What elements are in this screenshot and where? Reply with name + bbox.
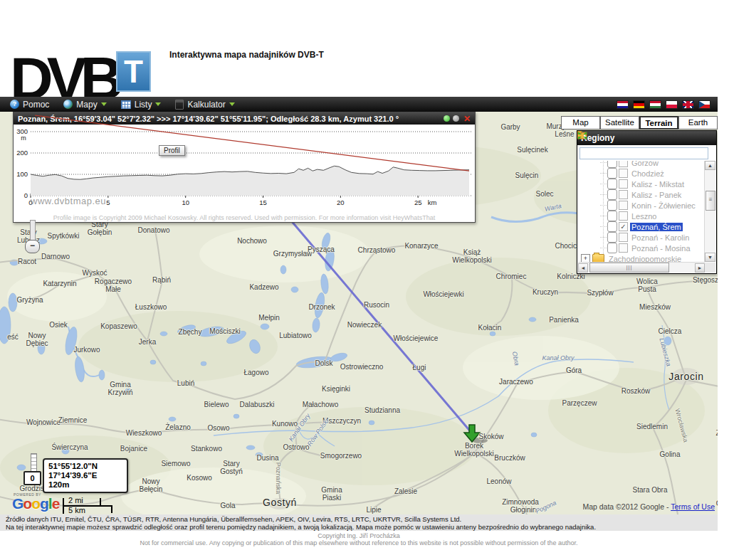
region-checkbox[interactable] <box>619 211 628 221</box>
coordinates-box: 51°55'12.0"N 17°14'39.6"E 120m <box>43 458 128 493</box>
svg-text:100: 100 <box>16 170 28 178</box>
region-label: Poznań, Śrem <box>630 223 683 231</box>
svg-text:0: 0 <box>24 191 28 199</box>
google-letter: o <box>31 495 40 512</box>
menu-label: Listy <box>135 100 152 110</box>
elevation-profile-chart: 0100200300m0510152025km <box>14 112 475 206</box>
region-checkbox[interactable] <box>619 201 628 210</box>
zoom-out-button[interactable]: − <box>25 240 40 253</box>
page: DVB® T Interaktywna mapa nadajników DVB-… <box>0 0 729 560</box>
germany-flag-icon[interactable] <box>633 100 645 109</box>
terms-of-use-link[interactable]: Terms of Use <box>671 502 715 511</box>
menu-item-listy[interactable]: Listy <box>121 100 162 110</box>
poland-flag-icon[interactable] <box>666 100 678 109</box>
scroll-up-icon[interactable]: ▲ <box>705 161 715 170</box>
region-folder-zachodniopomorskie[interactable]: +Zachodniopomorskie <box>581 253 704 262</box>
expand-plus-icon[interactable]: + <box>581 254 590 262</box>
croatia-flag-icon[interactable] <box>617 100 629 109</box>
regions-tree: GorzówChodzieżKalisz - MikstatKalisz - P… <box>579 161 704 262</box>
attribution-text: Map data ©2012 Google - <box>582 502 671 511</box>
menu-items: ?PomocMapyListyKalkulator <box>10 100 235 110</box>
uk-flag-icon[interactable] <box>682 100 694 109</box>
google-letter: G <box>12 495 23 512</box>
scrollbar-corner <box>705 263 715 273</box>
region-checkbox[interactable] <box>619 161 628 167</box>
menu-item-pomoc[interactable]: ?Pomoc <box>10 100 49 110</box>
region-item-poznań-mosina[interactable]: Poznań - Mosina <box>600 243 704 253</box>
scroll-down-icon[interactable]: ▼ <box>705 253 715 262</box>
region-checkbox[interactable] <box>619 169 628 178</box>
regions-panel: Regiony GorzówChodzieżKalisz - MikstatKa… <box>577 130 717 274</box>
svg-text:5: 5 <box>106 199 110 206</box>
regions-horizontal-scrollbar[interactable]: ◄ ||| ► <box>578 262 705 273</box>
main-menubar: ?PomocMapyListyKalkulator <box>0 97 718 112</box>
lists-icon <box>121 100 131 109</box>
scroll-left-icon[interactable]: ◄ <box>578 263 588 273</box>
map-type-satellite[interactable]: Satellite <box>600 116 639 130</box>
region-icon-box <box>607 179 617 189</box>
watermark: www.dvbtmap.eu <box>31 196 106 206</box>
czech-flag-icon[interactable] <box>698 100 710 109</box>
menu-item-mapy[interactable]: Mapy <box>63 100 106 110</box>
region-item-chodzież[interactable]: Chodzież <box>600 168 704 179</box>
coord-lat: 51°55'12.0"N <box>48 462 122 471</box>
region-item-leszno[interactable]: Leszno <box>600 211 704 221</box>
region-label: Konin - Żółwieniec <box>630 201 697 210</box>
map-type-map[interactable]: Map <box>561 116 600 130</box>
dvb-logo: DVB® <box>10 41 132 105</box>
region-item-kalisz-mikstat[interactable]: Kalisz - Mikstat <box>600 179 704 189</box>
google-logo[interactable]: Google <box>12 495 59 512</box>
google-letter: o <box>23 495 31 512</box>
scale-miles: 2 mi <box>68 496 83 504</box>
svg-text:200: 200 <box>16 149 28 157</box>
folder-icon <box>592 254 604 262</box>
region-icon-box <box>607 200 617 211</box>
regions-vertical-scrollbar[interactable]: ▲ ≡ ▼ <box>704 161 715 262</box>
coord-lon: 17°14'39.6"E <box>48 471 122 480</box>
calculator-icon <box>175 100 184 110</box>
horizontal-scroll-thumb[interactable]: ||| <box>589 263 669 273</box>
tree-connector <box>603 161 604 255</box>
region-folder-label: Zachodniopomorskie <box>607 255 683 263</box>
chevron-down-icon <box>155 102 161 106</box>
site-tagline: Interaktywna mapa nadajników DVB-T <box>169 50 324 60</box>
region-checkbox[interactable] <box>619 233 628 242</box>
region-item-poznań-śrem[interactable]: ✓Poznań, Śrem <box>600 221 704 232</box>
map-type-earth[interactable]: Earth <box>678 116 718 130</box>
map-canvas[interactable]: GarbyMurzynowo LeśneSulęcinekSulęcinSole… <box>0 112 718 514</box>
regions-search-input[interactable] <box>579 147 708 159</box>
region-icon-box <box>607 221 617 232</box>
region-icon-box <box>607 161 617 168</box>
svg-text:20: 20 <box>337 199 345 206</box>
footer-description: Na tej interaktywnej mapie możesz sprawd… <box>6 524 712 532</box>
region-checkbox[interactable]: ✓ <box>619 222 628 231</box>
region-label: Leszno <box>630 212 658 221</box>
scalebar-mi-tick <box>100 498 101 506</box>
region-item-konin-żółwieniec[interactable]: Konin - Żółwieniec <box>600 200 704 211</box>
svg-text:km: km <box>428 199 437 206</box>
region-label: Poznań - Karolin <box>630 233 691 242</box>
region-checkbox[interactable] <box>619 179 628 189</box>
region-checkbox[interactable] <box>619 190 628 199</box>
maps-icon <box>63 100 73 109</box>
region-icon-box <box>607 211 617 221</box>
region-item-kalisz-panek[interactable]: Kalisz - Panek <box>600 189 704 200</box>
region-checkbox[interactable] <box>619 243 628 253</box>
hungary-flag-icon[interactable] <box>649 100 661 109</box>
profile-tooltip: Profil <box>159 145 185 156</box>
help-icon: ? <box>10 100 19 109</box>
svg-text:10: 10 <box>182 199 189 206</box>
map-type-terrain[interactable]: Terrain <box>639 116 678 130</box>
vertical-scroll-thumb[interactable]: ≡ <box>706 191 715 211</box>
region-item-poznań-karolin[interactable]: Poznań - Karolin <box>600 232 704 243</box>
menu-item-kalkulator[interactable]: Kalkulator <box>175 100 234 110</box>
map-type-bar: MapSatelliteTerrainEarth <box>561 116 718 130</box>
map-attribution: Map data ©2012 Google - Terms of Use <box>582 502 715 511</box>
region-item-gorzów[interactable]: Gorzów <box>600 161 704 168</box>
scroll-right-icon[interactable]: ► <box>695 263 705 273</box>
scalebar-km-tick <box>111 505 112 513</box>
menu-label: Pomoc <box>23 100 49 110</box>
svg-text:15: 15 <box>259 199 267 206</box>
height-value-box[interactable]: 0 <box>23 471 41 485</box>
regions-panel-header[interactable]: Regiony <box>577 131 716 145</box>
